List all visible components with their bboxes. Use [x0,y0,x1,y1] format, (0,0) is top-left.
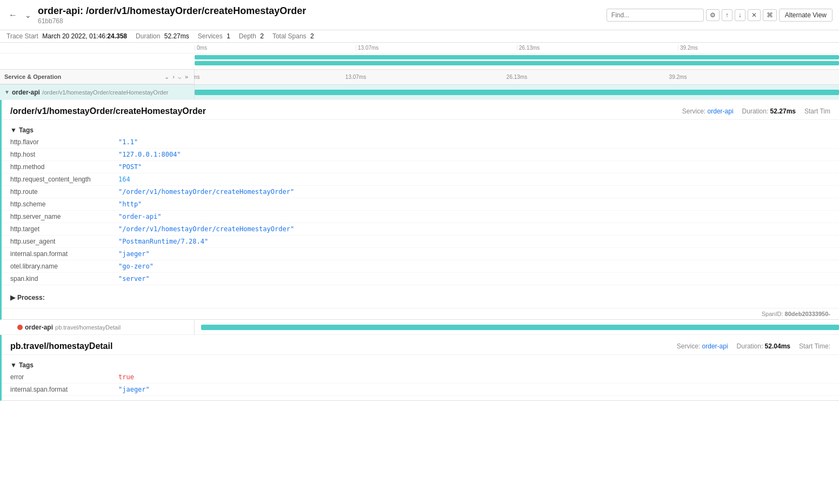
tick-label-13: 13.07ms [345,74,366,80]
span-detail-2: pb.travel/homestayDetail Service: order-… [0,335,839,401]
trace-id: 61bb768 [38,17,607,25]
tag-key-lib-name: otel.library.name [10,263,118,270]
column-header-label: Service & Operation [4,73,163,80]
tags-collapse-icon-1: ▼ [10,126,17,134]
depth-info: Depth 2 [239,32,264,40]
cmd-button[interactable]: ⌘ [763,9,777,21]
span-timeline-2 [195,320,839,334]
tick-39ms: 39.2ms [678,45,839,51]
span-detail-1: /order/v1/homestayOrder/createHomestayOr… [0,100,839,320]
tag-value-method: "POST" [118,163,142,171]
error-dot-2 [17,325,23,330]
timeline-tick-row: 0ms 13.07ms 26.13ms 39.2ms [0,43,839,53]
span-duration-meta-2: Duration: 52.04ms [737,342,790,350]
tag-value-content-length: 164 [118,176,130,183]
expand-next-button[interactable]: › [171,72,176,81]
tick-0ms: 0ms [195,45,356,51]
settings-icon-button[interactable]: ⚙ [706,9,720,21]
page-title: order-api: /order/v1/homestayOrder/creat… [38,5,607,17]
tag-row-flavor: http.flavor "1.1" [2,136,839,149]
back-button[interactable]: ← [6,8,19,22]
span-detail-title-2: pb.travel/homestayDetail [10,341,668,351]
tag-key-error: error [10,373,118,381]
tag-row-user-agent: http.user_agent "PostmanRuntime/7.28.4" [2,236,839,248]
prev-button[interactable]: ↑ [722,9,733,21]
tags-header-2[interactable]: ▼ Tags [2,359,839,371]
timeline-section: Service & Operation ⌄ › ⌵ » 0ms 13.07ms … [0,70,839,401]
chevron-button[interactable]: ⌄ [23,9,34,22]
tick-26ms: 26.13ms [517,45,678,51]
tag-key-scheme: http.scheme [10,200,118,208]
tag-key-span-kind: span.kind [10,275,118,283]
tags-label-1: Tags [19,126,34,134]
span-rows-area: ▼ order-api /order/v1/homestayOrder/crea… [0,85,839,401]
tag-key-method: http.method [10,163,118,171]
expand-arrow-1[interactable]: ▼ [4,89,10,95]
tag-value-span-format: "jaeger" [118,250,150,258]
span-duration-meta-1: Duration: 52.27ms [742,107,796,115]
alternate-view-button[interactable]: Alternate View [779,9,833,22]
search-input[interactable] [607,9,704,22]
header: ← ⌄ order-api: /order/v1/homestayOrder/c… [0,0,839,30]
tag-value-host: "127.0.0.1:8004" [118,151,181,158]
tag-row-target: http.target "/order/v1/homestayOrder/cre… [2,223,839,236]
tag-row-host: http.host "127.0.0.1:8004" [2,149,839,161]
span-starttime-meta-1: Start Tim [804,107,830,115]
header-controls: ⚙ ↑ ↓ ✕ ⌘ Alternate View [607,9,833,22]
span-bar-2 [201,325,839,330]
next-button[interactable]: ↓ [735,9,745,21]
process-section-1: ▶ Process: [2,290,839,308]
overview-bar-2 [195,61,839,65]
span-bar-1 [195,90,839,95]
tag-value-error: true [118,373,134,381]
tag-row-method: http.method "POST" [2,161,839,173]
trace-start-info: Trace Start March 20 2022, 01:46:24.358 [6,32,127,40]
tag-row-span-kind: span.kind "server" [2,273,839,285]
tick-13ms: 13.07ms [356,45,517,51]
span-op-2: pb.travel/homestayDetail [55,324,121,331]
tag-row-scheme: http.scheme "http" [2,198,839,211]
tag-key-route: http.route [10,188,118,196]
expand-down-button[interactable]: ⌵ [176,72,183,82]
overview-bar-1 [195,55,839,59]
expand-all-button[interactable]: » [183,72,190,81]
header-title-group: order-api: /order/v1/homestayOrder/creat… [38,5,607,25]
span-label-1[interactable]: ▼ order-api /order/v1/homestayOrder/crea… [0,85,195,99]
process-header-1[interactable]: ▶ Process: [10,292,830,304]
tick-label-26: 26.13ms [507,74,527,80]
tag-row-span-format: internal.span.format "jaeger" [2,248,839,260]
collapse-all-button[interactable]: ⌄ [163,72,171,82]
tag-row-content-length: http.request_content_length 164 [2,173,839,186]
timeline-overview: 0ms 13.07ms 26.13ms 39.2ms [0,43,839,70]
tag-key-span-format: internal.span.format [10,250,118,258]
services-info: Services 1 [198,32,230,40]
tag-value-span-kind: "server" [118,275,150,283]
span-row-1[interactable]: ▼ order-api /order/v1/homestayOrder/crea… [0,85,839,100]
tag-key-host: http.host [10,151,118,158]
main-area: Service & Operation ⌄ › ⌵ » 0ms 13.07ms … [0,70,839,401]
span-service-meta-1: Service: order-api [682,107,734,115]
tag-value-server-name: "order-api" [118,213,161,220]
tag-row-route: http.route "/order/v1/homestayOrder/crea… [2,186,839,198]
span-row-2[interactable]: order-api pb.travel/homestayDetail [0,320,839,335]
close-button[interactable]: ✕ [748,9,761,21]
tick-label-39: 39.2ms [669,74,687,80]
tag-value-scheme: "http" [118,200,142,208]
span-starttime-meta-2: Start Time: [799,342,830,350]
tag-value-span-format-2: "jaeger" [118,386,150,393]
span-detail-header-2: pb.travel/homestayDetail Service: order-… [2,335,839,355]
spanid-bar-1: SpanID: 80deb20333950- [2,308,839,319]
column-headers: Service & Operation ⌄ › ⌵ » 0ms 13.07ms … [0,70,839,85]
span-detail-header-1: /order/v1/homestayOrder/createHomestayOr… [2,100,839,120]
span-label-2[interactable]: order-api pb.travel/homestayDetail [0,320,195,334]
tag-value-flavor: "1.1" [118,138,138,146]
tags-header-1[interactable]: ▼ Tags [2,124,839,136]
spanid-label-1: SpanID: 80deb20333950- [762,311,830,317]
total-spans-info: Total Spans 2 [272,32,314,40]
span-op-1: /order/v1/homestayOrder/createHomestayOr… [42,89,169,96]
tag-row-server-name: http.server_name "order-api" [2,211,839,223]
tag-value-user-agent: "PostmanRuntime/7.28.4" [118,238,208,245]
duration-info: Duration 52.27ms [136,32,189,40]
service-operation-header: Service & Operation ⌄ › ⌵ » [0,70,195,84]
span-service-2: order-api [25,324,53,331]
